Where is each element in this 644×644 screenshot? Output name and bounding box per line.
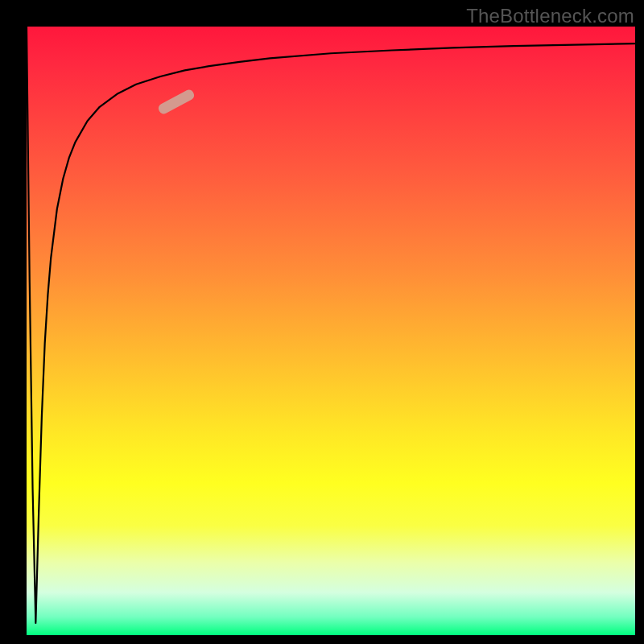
curve-svg [27, 27, 635, 635]
bottleneck-curve [27, 27, 635, 623]
chart-frame: TheBottleneck.com [0, 0, 644, 644]
attribution-text: TheBottleneck.com [466, 5, 634, 27]
